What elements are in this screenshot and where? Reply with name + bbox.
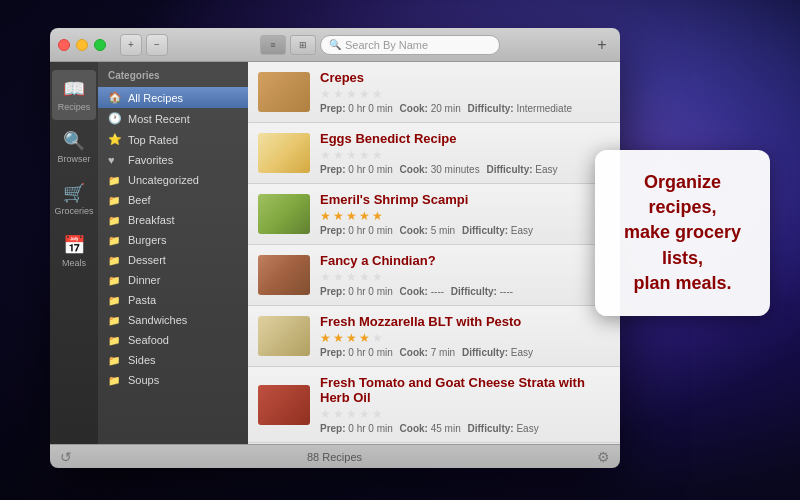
- star-3: ★: [359, 87, 370, 101]
- cook-label: Cook: 5 min: [400, 225, 456, 236]
- settings-icon[interactable]: ⚙: [597, 449, 610, 465]
- grid-view-button[interactable]: ⊞: [290, 35, 316, 55]
- list-view-button[interactable]: ≡: [260, 35, 286, 55]
- recipe-item[interactable]: Emeril's Shrimp Scampi ★★★★★ Prep: 0 hr …: [248, 184, 620, 245]
- prep-label: Prep: 0 hr 0 min: [320, 347, 393, 358]
- cook-label: Cook: 45 min: [400, 423, 461, 434]
- recipe-name: Eggs Benedict Recipe: [320, 131, 610, 146]
- groceries-icon: 🛒: [63, 182, 85, 204]
- sidebar-item-label-browser: Browser: [57, 154, 90, 164]
- category-most-recent[interactable]: 🕐 Most Recent: [98, 108, 248, 129]
- folder-icon: 📁: [108, 235, 122, 246]
- recipe-stars: ★★★★★: [320, 148, 610, 162]
- title-bar-right: +: [592, 35, 612, 55]
- browser-icon: 🔍: [63, 130, 85, 152]
- sidebar-item-meals[interactable]: 📅 Meals: [52, 226, 96, 276]
- star-4: ★: [372, 407, 383, 421]
- category-all-recipes[interactable]: 🏠 All Recipes: [98, 87, 248, 108]
- search-bar[interactable]: 🔍 Search By Name: [320, 35, 500, 55]
- prep-label: Prep: 0 hr 0 min: [320, 286, 393, 297]
- category-dinner[interactable]: 📁 Dinner: [98, 270, 248, 290]
- star-4: ★: [372, 270, 383, 284]
- recipe-name: Emeril's Shrimp Scampi: [320, 192, 610, 207]
- category-sidebar: Categories 🏠 All Recipes 🕐 Most Recent ⭐…: [98, 62, 248, 444]
- category-pasta[interactable]: 📁 Pasta: [98, 290, 248, 310]
- category-label: Dinner: [128, 274, 160, 286]
- cook-label: Cook: ----: [400, 286, 444, 297]
- maximize-button[interactable]: [94, 39, 106, 51]
- star-2: ★: [346, 270, 357, 284]
- home-icon: 🏠: [108, 91, 122, 104]
- remove-recipe-button[interactable]: −: [146, 34, 168, 56]
- recipe-thumbnail: [258, 133, 310, 173]
- category-breakfast[interactable]: 📁 Breakfast: [98, 210, 248, 230]
- folder-icon: 📁: [108, 215, 122, 226]
- recipe-meta: Prep: 0 hr 0 min Cook: 20 min Difficulty…: [320, 103, 610, 114]
- category-sandwiches[interactable]: 📁 Sandwiches: [98, 310, 248, 330]
- recipe-info: Eggs Benedict Recipe ★★★★★ Prep: 0 hr 0 …: [320, 131, 610, 175]
- star-3: ★: [359, 270, 370, 284]
- folder-icon: 📁: [108, 175, 122, 186]
- promo-text: Organize recipes,make grocery lists,plan…: [611, 170, 754, 296]
- category-label: Soups: [128, 374, 159, 386]
- add-recipe-button[interactable]: +: [120, 34, 142, 56]
- sidebar-item-browser[interactable]: 🔍 Browser: [52, 122, 96, 172]
- recipe-item[interactable]: Crepes ★★★★★ Prep: 0 hr 0 min Cook: 20 m…: [248, 62, 620, 123]
- recipe-item[interactable]: Fresh Tomato and Goat Cheese Strata with…: [248, 367, 620, 443]
- star-2: ★: [346, 407, 357, 421]
- star-3: ★: [359, 331, 370, 345]
- sidebar-item-groceries[interactable]: 🛒 Groceries: [52, 174, 96, 224]
- category-soups[interactable]: 📁 Soups: [98, 370, 248, 390]
- clock-icon: 🕐: [108, 112, 122, 125]
- star-1: ★: [333, 331, 344, 345]
- category-seafood[interactable]: 📁 Seafood: [98, 330, 248, 350]
- recipe-name: Fresh Mozzarella BLT with Pesto: [320, 314, 610, 329]
- category-label: Uncategorized: [128, 174, 199, 186]
- recipe-thumbnail: [258, 316, 310, 356]
- add-button-right[interactable]: +: [592, 35, 612, 55]
- star-1: ★: [333, 270, 344, 284]
- star-4: ★: [372, 148, 383, 162]
- recipe-item[interactable]: Fancy a Chindian? ★★★★★ Prep: 0 hr 0 min…: [248, 245, 620, 306]
- star-icon: ⭐: [108, 133, 122, 146]
- recipe-item[interactable]: Eggs Benedict Recipe ★★★★★ Prep: 0 hr 0 …: [248, 123, 620, 184]
- star-3: ★: [359, 407, 370, 421]
- category-dessert[interactable]: 📁 Dessert: [98, 250, 248, 270]
- meals-icon: 📅: [63, 234, 85, 256]
- category-favorites[interactable]: ♥ Favorites: [98, 150, 248, 170]
- category-label: Seafood: [128, 334, 169, 346]
- category-sides[interactable]: 📁 Sides: [98, 350, 248, 370]
- refresh-icon[interactable]: ↺: [60, 449, 72, 465]
- search-placeholder: Search By Name: [345, 39, 428, 51]
- category-label: Burgers: [128, 234, 167, 246]
- close-button[interactable]: [58, 39, 70, 51]
- star-2: ★: [346, 331, 357, 345]
- difficulty-label: Difficulty: Easy: [468, 423, 539, 434]
- minimize-button[interactable]: [76, 39, 88, 51]
- prep-label: Prep: 0 hr 0 min: [320, 423, 393, 434]
- prep-label: Prep: 0 hr 0 min: [320, 103, 393, 114]
- folder-icon: 📁: [108, 195, 122, 206]
- star-2: ★: [346, 209, 357, 223]
- star-3: ★: [359, 148, 370, 162]
- window-controls: + −: [120, 34, 168, 56]
- folder-icon: 📁: [108, 275, 122, 286]
- recipe-thumbnail: [258, 385, 310, 425]
- recipe-info: Fancy a Chindian? ★★★★★ Prep: 0 hr 0 min…: [320, 253, 610, 297]
- category-top-rated[interactable]: ⭐ Top Rated: [98, 129, 248, 150]
- folder-icon: 📁: [108, 295, 122, 306]
- category-label: Pasta: [128, 294, 156, 306]
- recipe-stars: ★★★★★: [320, 209, 610, 223]
- recipe-item[interactable]: Fresh Mozzarella BLT with Pesto ★★★★★ Pr…: [248, 306, 620, 367]
- sidebar-item-label-meals: Meals: [62, 258, 86, 268]
- recipe-meta: Prep: 0 hr 0 min Cook: 45 min Difficulty…: [320, 423, 610, 434]
- recipe-name: Fresh Tomato and Goat Cheese Strata with…: [320, 375, 610, 405]
- search-icon: 🔍: [329, 39, 341, 50]
- category-beef[interactable]: 📁 Beef: [98, 190, 248, 210]
- sidebar-item-recipes[interactable]: 📖 Recipes: [52, 70, 96, 120]
- folder-icon: 📁: [108, 375, 122, 386]
- category-uncategorized[interactable]: 📁 Uncategorized: [98, 170, 248, 190]
- title-bar: + − ≡ ⊞ 🔍 Search By Name +: [50, 28, 620, 62]
- recipe-stars: ★★★★★: [320, 270, 610, 284]
- category-burgers[interactable]: 📁 Burgers: [98, 230, 248, 250]
